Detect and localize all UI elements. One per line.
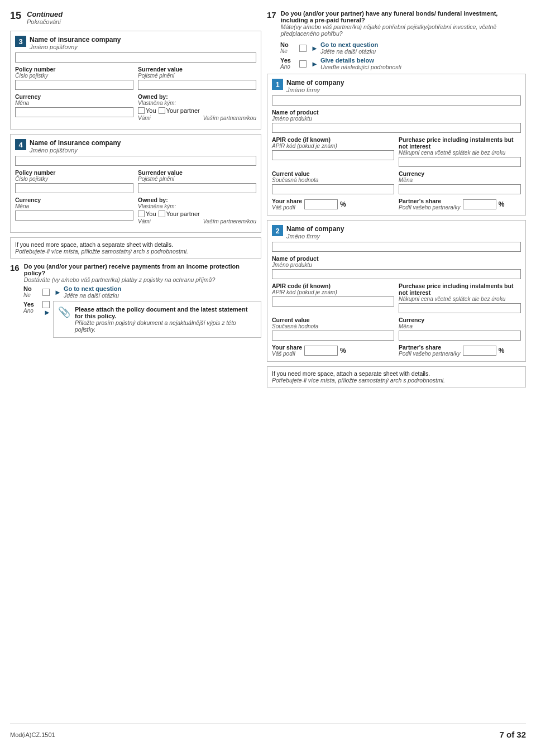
funeral1-partner-share-input[interactable] (463, 199, 496, 209)
q16-no-checkbox[interactable] (42, 289, 50, 296)
funeral1-purchase-input[interactable] (399, 157, 521, 167)
section3-title: Name of insurance company Jméno pojišťov… (30, 36, 256, 50)
funeral1-number: 1 (272, 79, 283, 90)
funeral1-percent2: % (499, 200, 505, 208)
section3-policy-surrender-row: Policy number Číslo pojistky Surrender v… (15, 66, 256, 90)
funeral1-your-share-en: Your share (272, 198, 302, 204)
section4-currency-label-cz: Měna (15, 203, 133, 209)
section4-currency-label-en: Currency (15, 197, 133, 203)
q16-text: Do you (and/or your partner) receive pay… (24, 263, 261, 283)
funeral1-block: 1 Name of company Jméno firmy Name of pr… (267, 74, 526, 216)
q17-no-checkbox[interactable] (299, 45, 307, 52)
funeral1-current-input[interactable] (272, 184, 394, 194)
funeral1-currency-input[interactable] (399, 184, 521, 194)
section4-partner-checkbox[interactable] (159, 210, 165, 217)
funeral2-your-share-input[interactable] (304, 346, 338, 356)
section4-owned-group: Owned by: Vlastněna kým: You Your partne… (138, 197, 256, 224)
funeral2-purchase-input[interactable] (399, 303, 521, 313)
section4-you-checkbox[interactable] (138, 210, 145, 217)
q17-goto-cz: Jděte na další otázku (320, 48, 378, 55)
q17-cz: Máte(vy a/nebo váš partner/ka) nějaké po… (281, 23, 526, 37)
section4-company-input[interactable] (15, 156, 256, 166)
page-footer: Mod(iA)CZ.1501 7 of 32 (10, 724, 526, 739)
section3-you-en: You (146, 107, 156, 114)
section3-owned-label-cz: Vlastněna kým: (138, 100, 256, 106)
funeral2-partner-share-en: Partner's share (399, 344, 461, 351)
funeral2-purchase-group: Purchase price including instalments but… (399, 283, 521, 313)
funeral2-currency-input[interactable] (399, 331, 521, 341)
funeral1-company-input[interactable] (272, 95, 521, 106)
funeral2-your-share-cz: Váš podíl (272, 351, 302, 357)
q17-yes-en: Yes (280, 57, 299, 64)
section4-partner-en: Your partner (166, 210, 200, 217)
section4-policy-input[interactable] (15, 183, 133, 193)
page-header: 15 Continued Pokračování (10, 10, 261, 25)
section3-partner-checkbox[interactable] (159, 107, 165, 114)
clip-icon: 📎 (58, 306, 70, 318)
funeral1-share-row: Your share Váš podíl % Partner's share P… (272, 198, 521, 210)
funeral2-apir-input[interactable] (272, 296, 394, 307)
funeral2-currency-group: Currency Měna (399, 317, 521, 341)
funeral2-partner-share-group: Partner's share Podíl vašeho partnera/ky… (399, 344, 521, 357)
section3-header: 3 Name of insurance company Jméno pojišť… (15, 36, 256, 50)
funeral2-purchase-label-en: Purchase price including instalments but… (399, 283, 521, 296)
section3-partner-cz: Vaším partnerem/kou (203, 115, 256, 121)
more-space-en-right: If you need more space, attach a separat… (272, 370, 521, 377)
q17-give-en: Give details below (320, 57, 401, 64)
q17-en: Do you (and/or your partner) have any fu… (281, 10, 526, 23)
funeral2-title: Name of company Jméno firmy (286, 225, 521, 240)
footer-code: Mod(iA)CZ.1501 (10, 731, 55, 738)
q16-yes-cz: Ano (23, 308, 42, 314)
funeral2-partner-share-input[interactable] (463, 346, 496, 356)
section4-owned-label-cz: Vlastněna kým: (138, 203, 256, 209)
q17-no-arrow: ► (311, 44, 318, 52)
section3-surrender-input[interactable] (138, 80, 256, 90)
q17-yes-row: Yes Ano ► Give details below Uveďte násl… (267, 57, 526, 70)
funeral1-apir-label-en: APIR code (if known) (272, 136, 394, 143)
footer-page-of-text: of 32 (506, 730, 526, 739)
section3-block: 3 Name of insurance company Jméno pojišť… (10, 31, 261, 130)
section4-title: Name of insurance company Jméno pojišťov… (30, 139, 256, 154)
funeral1-product-label-cz: Jméno produktu (272, 116, 521, 122)
q17-no-en: No (280, 41, 299, 48)
section4-currency-input[interactable] (15, 210, 133, 221)
section4-header: 4 Name of insurance company Jméno pojišť… (15, 139, 256, 154)
section4-partner-cz: Vaším partnerem/kou (203, 218, 256, 224)
section3-policy-input[interactable] (15, 80, 133, 90)
q17-yes-arrow: ► (311, 60, 318, 68)
section4-surrender-group: Surrender value Pojistné plnění (138, 169, 256, 193)
section4-surrender-input[interactable] (138, 183, 256, 193)
funeral2-company-input[interactable] (272, 242, 521, 252)
funeral1-product-input[interactable] (272, 123, 521, 133)
section3-currency-input[interactable] (15, 107, 133, 117)
funeral1-your-share-input[interactable] (304, 199, 338, 209)
funeral2-partner-share-cz: Podíl vašeho partnera/ky (399, 351, 461, 357)
funeral2-current-label-cz: Současná hodnota (272, 323, 394, 329)
funeral1-company-cz: Jméno firmy (286, 87, 521, 93)
q16-no-en: No (23, 285, 42, 292)
funeral2-your-share-en: Your share (272, 344, 302, 351)
funeral1-apir-input[interactable] (272, 150, 394, 160)
section4-policy-label-cz: Číslo pojistky (15, 176, 133, 182)
q16-yes-checkbox[interactable] (42, 301, 50, 308)
q17-yes-checkbox[interactable] (299, 60, 307, 68)
more-space-cz-right: Potřebujete-li více místa, přiložte samo… (272, 377, 521, 384)
q16-text-cz: Dostáváte (vy a/nebo váš partner/ka) pla… (24, 276, 261, 283)
funeral1-current-group: Current value Současná hodnota (272, 170, 394, 194)
q16-header: 16 Do you (and/or your partner) receive … (10, 263, 261, 283)
section3-currency-label-en: Currency (15, 93, 133, 100)
section3-surrender-label-cz: Pojistné plnění (138, 73, 256, 79)
funeral2-your-share-group: Your share Váš podíl % (272, 344, 394, 357)
funeral2-current-label-en: Current value (272, 317, 394, 323)
q16-yes-detail: ► 📎 Please attach the policy document an… (42, 301, 261, 338)
funeral2-company-en: Name of company (286, 225, 521, 233)
section3-company-input[interactable] (15, 52, 256, 63)
section3-policy-label-en: Policy number (15, 66, 133, 73)
funeral2-current-input[interactable] (272, 331, 394, 341)
funeral1-current-currency-row: Current value Současná hodnota Currency … (272, 170, 521, 194)
funeral2-product-input[interactable] (272, 269, 521, 279)
section3-currency-owned-row: Currency Měna Owned by: Vlastněna kým: Y… (15, 93, 256, 121)
section3-you-checkbox[interactable] (138, 107, 145, 114)
q16-no-row: No Ne ► Go to next question Jděte na dal… (10, 285, 261, 299)
section4-owned-cz-row: Vámi Vaším partnerem/kou (138, 218, 256, 224)
